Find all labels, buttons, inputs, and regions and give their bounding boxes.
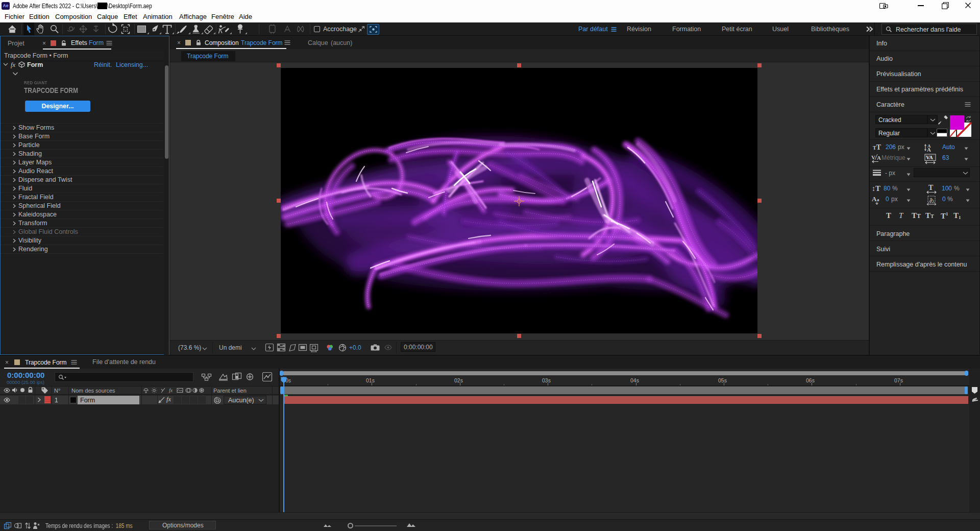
svg-text:a: a	[877, 197, 879, 202]
svg-text:A: A	[877, 155, 881, 161]
svg-text:VA: VA	[926, 155, 933, 160]
svg-text:A: A	[872, 195, 877, 203]
svg-text:A: A	[927, 147, 931, 153]
svg-text:T: T	[928, 184, 934, 191]
svg-text:fx: fx	[169, 388, 173, 393]
svg-text:V: V	[871, 154, 875, 160]
svg-text:あ: あ	[929, 197, 935, 203]
